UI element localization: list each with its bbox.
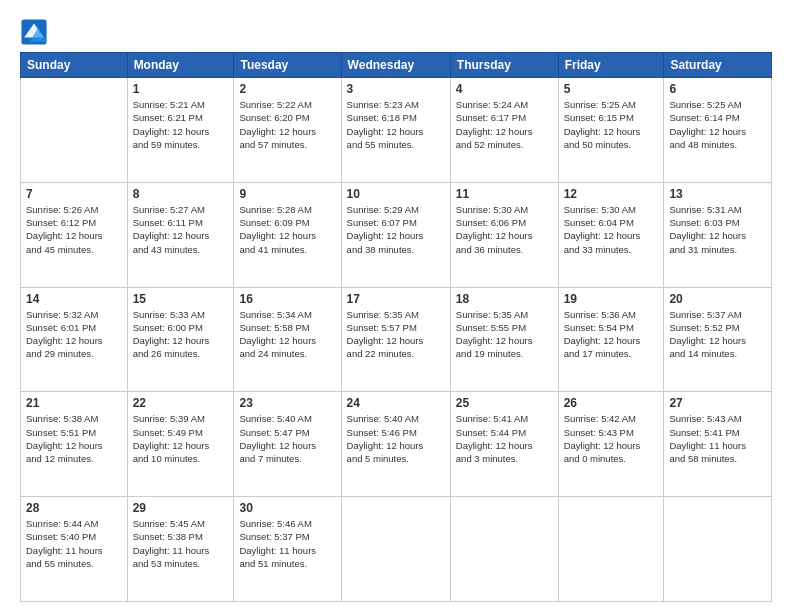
day-info: Sunrise: 5:43 AM Sunset: 5:41 PM Dayligh…: [669, 412, 766, 465]
day-number: 13: [669, 187, 766, 201]
day-info: Sunrise: 5:21 AM Sunset: 6:21 PM Dayligh…: [133, 98, 229, 151]
header: [20, 18, 772, 46]
calendar-cell: 17Sunrise: 5:35 AM Sunset: 5:57 PM Dayli…: [341, 287, 450, 392]
calendar-cell: [664, 497, 772, 602]
calendar-cell: 30Sunrise: 5:46 AM Sunset: 5:37 PM Dayli…: [234, 497, 341, 602]
calendar-cell: 18Sunrise: 5:35 AM Sunset: 5:55 PM Dayli…: [450, 287, 558, 392]
day-info: Sunrise: 5:46 AM Sunset: 5:37 PM Dayligh…: [239, 517, 335, 570]
calendar-cell: 15Sunrise: 5:33 AM Sunset: 6:00 PM Dayli…: [127, 287, 234, 392]
day-info: Sunrise: 5:45 AM Sunset: 5:38 PM Dayligh…: [133, 517, 229, 570]
calendar-cell: 24Sunrise: 5:40 AM Sunset: 5:46 PM Dayli…: [341, 392, 450, 497]
week-row-5: 28Sunrise: 5:44 AM Sunset: 5:40 PM Dayli…: [21, 497, 772, 602]
week-row-3: 14Sunrise: 5:32 AM Sunset: 6:01 PM Dayli…: [21, 287, 772, 392]
week-row-4: 21Sunrise: 5:38 AM Sunset: 5:51 PM Dayli…: [21, 392, 772, 497]
calendar-cell: 21Sunrise: 5:38 AM Sunset: 5:51 PM Dayli…: [21, 392, 128, 497]
day-number: 26: [564, 396, 659, 410]
day-number: 20: [669, 292, 766, 306]
day-info: Sunrise: 5:39 AM Sunset: 5:49 PM Dayligh…: [133, 412, 229, 465]
day-info: Sunrise: 5:30 AM Sunset: 6:04 PM Dayligh…: [564, 203, 659, 256]
calendar-cell: 28Sunrise: 5:44 AM Sunset: 5:40 PM Dayli…: [21, 497, 128, 602]
calendar-cell: 13Sunrise: 5:31 AM Sunset: 6:03 PM Dayli…: [664, 182, 772, 287]
day-info: Sunrise: 5:33 AM Sunset: 6:00 PM Dayligh…: [133, 308, 229, 361]
calendar-cell: 4Sunrise: 5:24 AM Sunset: 6:17 PM Daylig…: [450, 78, 558, 183]
calendar-cell: 7Sunrise: 5:26 AM Sunset: 6:12 PM Daylig…: [21, 182, 128, 287]
calendar-cell: 20Sunrise: 5:37 AM Sunset: 5:52 PM Dayli…: [664, 287, 772, 392]
day-number: 16: [239, 292, 335, 306]
day-number: 14: [26, 292, 122, 306]
day-number: 9: [239, 187, 335, 201]
week-row-2: 7Sunrise: 5:26 AM Sunset: 6:12 PM Daylig…: [21, 182, 772, 287]
calendar-cell: 16Sunrise: 5:34 AM Sunset: 5:58 PM Dayli…: [234, 287, 341, 392]
day-info: Sunrise: 5:36 AM Sunset: 5:54 PM Dayligh…: [564, 308, 659, 361]
calendar-cell: 5Sunrise: 5:25 AM Sunset: 6:15 PM Daylig…: [558, 78, 664, 183]
day-info: Sunrise: 5:38 AM Sunset: 5:51 PM Dayligh…: [26, 412, 122, 465]
day-info: Sunrise: 5:37 AM Sunset: 5:52 PM Dayligh…: [669, 308, 766, 361]
day-number: 25: [456, 396, 553, 410]
calendar-cell: 3Sunrise: 5:23 AM Sunset: 6:18 PM Daylig…: [341, 78, 450, 183]
calendar-cell: 23Sunrise: 5:40 AM Sunset: 5:47 PM Dayli…: [234, 392, 341, 497]
day-info: Sunrise: 5:31 AM Sunset: 6:03 PM Dayligh…: [669, 203, 766, 256]
day-number: 1: [133, 82, 229, 96]
calendar-cell: 12Sunrise: 5:30 AM Sunset: 6:04 PM Dayli…: [558, 182, 664, 287]
day-info: Sunrise: 5:35 AM Sunset: 5:55 PM Dayligh…: [456, 308, 553, 361]
day-info: Sunrise: 5:41 AM Sunset: 5:44 PM Dayligh…: [456, 412, 553, 465]
day-info: Sunrise: 5:32 AM Sunset: 6:01 PM Dayligh…: [26, 308, 122, 361]
day-number: 27: [669, 396, 766, 410]
logo: [20, 18, 52, 46]
logo-icon: [20, 18, 48, 46]
calendar-cell: 11Sunrise: 5:30 AM Sunset: 6:06 PM Dayli…: [450, 182, 558, 287]
header-row: SundayMondayTuesdayWednesdayThursdayFrid…: [21, 53, 772, 78]
day-number: 6: [669, 82, 766, 96]
col-header-thursday: Thursday: [450, 53, 558, 78]
day-info: Sunrise: 5:29 AM Sunset: 6:07 PM Dayligh…: [347, 203, 445, 256]
calendar-cell: [558, 497, 664, 602]
col-header-friday: Friday: [558, 53, 664, 78]
day-number: 7: [26, 187, 122, 201]
day-number: 18: [456, 292, 553, 306]
day-number: 24: [347, 396, 445, 410]
calendar-cell: [450, 497, 558, 602]
day-number: 29: [133, 501, 229, 515]
calendar-table: SundayMondayTuesdayWednesdayThursdayFrid…: [20, 52, 772, 602]
day-info: Sunrise: 5:28 AM Sunset: 6:09 PM Dayligh…: [239, 203, 335, 256]
col-header-wednesday: Wednesday: [341, 53, 450, 78]
col-header-saturday: Saturday: [664, 53, 772, 78]
day-info: Sunrise: 5:42 AM Sunset: 5:43 PM Dayligh…: [564, 412, 659, 465]
calendar-cell: 9Sunrise: 5:28 AM Sunset: 6:09 PM Daylig…: [234, 182, 341, 287]
day-info: Sunrise: 5:27 AM Sunset: 6:11 PM Dayligh…: [133, 203, 229, 256]
day-info: Sunrise: 5:25 AM Sunset: 6:14 PM Dayligh…: [669, 98, 766, 151]
calendar-cell: 22Sunrise: 5:39 AM Sunset: 5:49 PM Dayli…: [127, 392, 234, 497]
day-info: Sunrise: 5:24 AM Sunset: 6:17 PM Dayligh…: [456, 98, 553, 151]
day-info: Sunrise: 5:35 AM Sunset: 5:57 PM Dayligh…: [347, 308, 445, 361]
day-info: Sunrise: 5:34 AM Sunset: 5:58 PM Dayligh…: [239, 308, 335, 361]
day-number: 28: [26, 501, 122, 515]
day-number: 15: [133, 292, 229, 306]
calendar-cell: 27Sunrise: 5:43 AM Sunset: 5:41 PM Dayli…: [664, 392, 772, 497]
day-number: 23: [239, 396, 335, 410]
day-info: Sunrise: 5:40 AM Sunset: 5:46 PM Dayligh…: [347, 412, 445, 465]
day-number: 22: [133, 396, 229, 410]
day-number: 2: [239, 82, 335, 96]
day-info: Sunrise: 5:26 AM Sunset: 6:12 PM Dayligh…: [26, 203, 122, 256]
day-number: 21: [26, 396, 122, 410]
calendar-cell: [341, 497, 450, 602]
calendar-cell: 2Sunrise: 5:22 AM Sunset: 6:20 PM Daylig…: [234, 78, 341, 183]
day-info: Sunrise: 5:25 AM Sunset: 6:15 PM Dayligh…: [564, 98, 659, 151]
day-number: 5: [564, 82, 659, 96]
calendar-cell: 10Sunrise: 5:29 AM Sunset: 6:07 PM Dayli…: [341, 182, 450, 287]
page: SundayMondayTuesdayWednesdayThursdayFrid…: [0, 0, 792, 612]
day-info: Sunrise: 5:23 AM Sunset: 6:18 PM Dayligh…: [347, 98, 445, 151]
day-number: 30: [239, 501, 335, 515]
day-number: 17: [347, 292, 445, 306]
calendar-cell: 14Sunrise: 5:32 AM Sunset: 6:01 PM Dayli…: [21, 287, 128, 392]
col-header-monday: Monday: [127, 53, 234, 78]
week-row-1: 1Sunrise: 5:21 AM Sunset: 6:21 PM Daylig…: [21, 78, 772, 183]
day-number: 3: [347, 82, 445, 96]
calendar-cell: 26Sunrise: 5:42 AM Sunset: 5:43 PM Dayli…: [558, 392, 664, 497]
day-info: Sunrise: 5:22 AM Sunset: 6:20 PM Dayligh…: [239, 98, 335, 151]
calendar-cell: 1Sunrise: 5:21 AM Sunset: 6:21 PM Daylig…: [127, 78, 234, 183]
day-number: 19: [564, 292, 659, 306]
calendar-cell: 6Sunrise: 5:25 AM Sunset: 6:14 PM Daylig…: [664, 78, 772, 183]
col-header-tuesday: Tuesday: [234, 53, 341, 78]
day-info: Sunrise: 5:30 AM Sunset: 6:06 PM Dayligh…: [456, 203, 553, 256]
